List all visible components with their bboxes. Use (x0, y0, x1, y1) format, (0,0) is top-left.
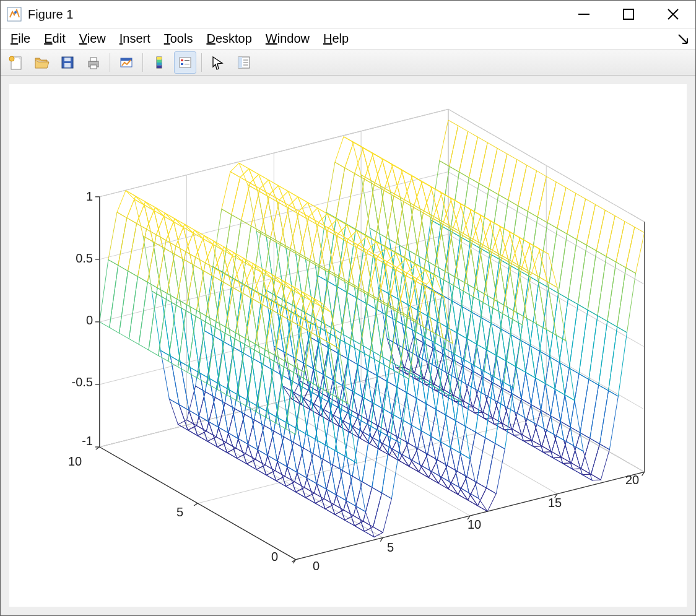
mesh-surface (9, 84, 687, 607)
save-button[interactable] (56, 51, 79, 74)
z-tick-label: -1 (65, 434, 93, 448)
svg-line-67 (194, 503, 198, 506)
close-button[interactable] (651, 1, 695, 28)
menu-desktop[interactable]: Desktop (201, 30, 256, 47)
svg-point-1 (14, 11, 17, 14)
svg-rect-11 (64, 63, 71, 67)
y-tick-label: 5 (176, 505, 183, 519)
minimize-button[interactable] (562, 1, 606, 28)
menu-file[interactable]: File (6, 30, 35, 47)
y-tick-label: 10 (68, 454, 82, 469)
print-button[interactable] (82, 51, 105, 74)
insert-legend-button[interactable] (174, 51, 196, 74)
link-plot-button[interactable] (115, 51, 137, 74)
z-tick-label: 0.5 (56, 251, 93, 266)
svg-point-8 (9, 56, 14, 61)
svg-rect-19 (157, 59, 162, 63)
menu-edit[interactable]: Edit (39, 30, 70, 47)
insert-colorbar-button[interactable] (148, 51, 170, 74)
svg-rect-21 (157, 65, 162, 68)
x-tick-label: 5 (387, 540, 394, 555)
y-tick-label: 0 (271, 550, 278, 564)
open-property-inspector-button[interactable] (233, 51, 255, 74)
figure-window: Figure 1 File Edit View Insert Tools Des… (0, 0, 696, 616)
toolbar-separator (201, 53, 202, 72)
menu-help[interactable]: Help (318, 30, 354, 47)
menu-window[interactable]: Window (261, 30, 315, 47)
titlebar: Figure 1 (1, 1, 695, 28)
x-tick-label: 0 (313, 559, 320, 573)
svg-rect-20 (157, 63, 162, 66)
z-tick-label: -0.5 (51, 375, 93, 389)
new-figure-button[interactable] (4, 51, 27, 74)
open-button[interactable] (30, 51, 53, 74)
x-tick-label: 15 (548, 496, 562, 510)
z-tick-label: 0 (68, 313, 93, 328)
svg-rect-3 (624, 9, 633, 19)
matlab-figure-icon (7, 7, 22, 22)
edit-plot-button[interactable] (207, 51, 229, 74)
svg-rect-10 (64, 58, 71, 61)
window-title: Figure 1 (28, 7, 73, 22)
menu-view[interactable]: View (74, 30, 111, 47)
toolbar-separator (110, 53, 110, 72)
x-tick-label: 20 (625, 473, 639, 487)
svg-rect-23 (181, 59, 183, 61)
x-tick-label: 10 (468, 518, 481, 532)
axes-3d[interactable]: 1 0.5 0 -0.5 -1 10 5 0 0 5 10 15 20 (9, 84, 687, 607)
toolbar (1, 50, 695, 76)
z-tick-label: 1 (68, 189, 93, 204)
menu-tools[interactable]: Tools (159, 30, 198, 47)
maximize-button[interactable] (606, 1, 651, 28)
menubar: File Edit View Insert Tools Desktop Wind… (1, 28, 695, 50)
svg-rect-22 (180, 58, 191, 67)
svg-rect-25 (181, 63, 183, 65)
toolbar-separator (142, 53, 143, 72)
plot-area: 1 0.5 0 -0.5 -1 10 5 0 0 5 10 15 20 (1, 76, 695, 615)
menu-insert[interactable]: Insert (115, 30, 155, 47)
dock-arrow-icon[interactable] (676, 32, 690, 46)
svg-rect-18 (157, 57, 162, 60)
svg-rect-14 (90, 65, 97, 69)
svg-rect-13 (90, 58, 97, 61)
svg-rect-28 (238, 57, 242, 68)
